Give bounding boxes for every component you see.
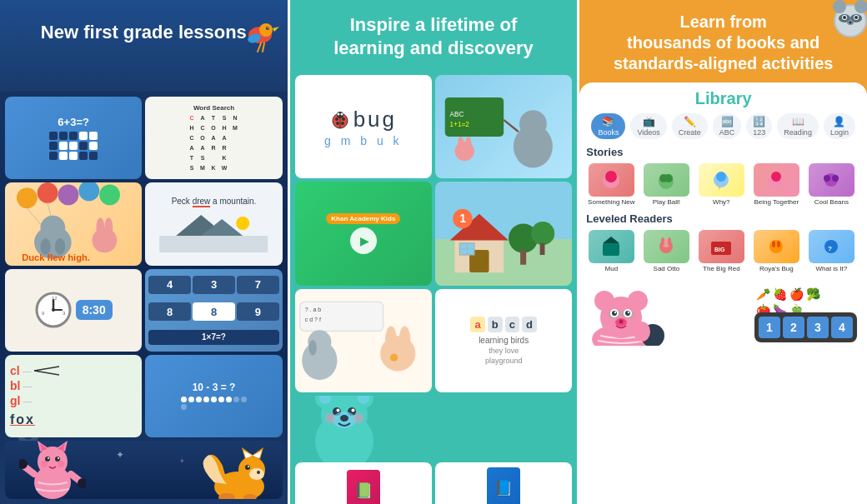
prefix-gl: gl (10, 394, 20, 407)
play-button[interactable]: ▶ (350, 227, 377, 254)
leveled-item-5[interactable]: ? What is It? (806, 230, 856, 272)
svg-point-12 (99, 185, 120, 206)
svg-text:? . a b: ? . a b (304, 307, 321, 312)
svg-point-173 (634, 322, 650, 342)
svg-text:Duck flew high.: Duck flew high. (22, 253, 90, 263)
tab-login[interactable]: 👤 Login (824, 113, 855, 139)
panel-2-inspire: Inspire a lifetime of learning and disco… (288, 0, 578, 504)
svg-point-46 (41, 461, 48, 467)
book-cover-2: 📘 (487, 467, 520, 504)
sub-dot-crossed (181, 404, 187, 410)
svg-point-81 (458, 137, 464, 150)
panel-3-library: Learn from thousands of books and standa… (577, 0, 867, 504)
leveled-row: Mud Sad Otto BIG (586, 230, 860, 272)
panel-2-header: Inspire a lifetime of learning and disco… (290, 0, 578, 75)
tab-123-label: 123 (753, 128, 765, 137)
sub-dot (211, 397, 217, 402)
star-deco: ✦ (179, 457, 185, 465)
letter-row-gl: gl — (10, 394, 32, 407)
story-item-1[interactable]: Something New (586, 163, 636, 206)
svg-point-114 (336, 409, 339, 412)
svg-point-127 (854, 16, 858, 19)
clock-time-display: 8:30 (76, 300, 113, 320)
letter-connector (34, 364, 59, 377)
dash-gl: — (23, 396, 32, 406)
tab-videos[interactable]: 📺 Videos (630, 113, 666, 139)
leveled-item-2[interactable]: Sad Otto (641, 230, 691, 272)
letter-row-bl: bl — (10, 379, 32, 392)
fox-text: fox (10, 412, 35, 427)
svg-point-58 (249, 468, 264, 480)
num-board-tile-3: 3 (807, 317, 829, 338)
num-tile: 3 (193, 276, 235, 294)
tab-create[interactable]: ✏️ Create (672, 113, 708, 139)
number-tiles-cell: 4 3 7 8 8 9 1×7=? (145, 269, 282, 352)
classroom-scene: ABC 1+1=2 (435, 75, 572, 178)
panel-2-grid: bug g m b u k ABC 1+1=2 (290, 75, 578, 396)
svg-point-155 (777, 241, 780, 247)
leveled-item-3[interactable]: BIG The Big Red (696, 230, 746, 272)
video-lesson-cell: Khan Academy Kids ▶ (295, 182, 432, 285)
leveled-image-4 (764, 235, 789, 258)
letter-tile-b: b (488, 317, 503, 332)
yellow-fox-character (193, 441, 268, 499)
leveled-thumb-2 (644, 230, 689, 263)
raccoon-main-character (586, 279, 671, 346)
svg-point-169 (628, 291, 648, 311)
tab-reading[interactable]: 📖 Reading (777, 113, 819, 139)
svg-point-70 (341, 122, 344, 125)
svg-point-101 (390, 353, 398, 361)
ladybug-icon (330, 109, 350, 129)
svg-point-128 (833, 0, 846, 13)
leveled-label-3: The Big Red (703, 265, 739, 272)
tab-123[interactable]: 🔢 123 (746, 113, 772, 139)
sentence-text2: a mountain. (213, 197, 256, 206)
panel-1-header: New first grade lessons (0, 0, 288, 92)
tab-abc[interactable]: 🔤 ABC (713, 113, 742, 139)
letter-tiles-cell: a b c d learning birds they love playgro… (435, 289, 572, 392)
svg-point-68 (342, 117, 345, 121)
story-item-4[interactable]: Being Together (751, 163, 801, 206)
raccoon-peek-icon (821, 0, 867, 50)
video-brand-badge: Khan Academy Kids (326, 213, 400, 224)
story-item-5[interactable]: Cool Beans (806, 163, 856, 206)
svg-point-150 (668, 237, 671, 246)
svg-point-133 (605, 171, 617, 182)
leveled-item-4[interactable]: Roya's Bug (751, 230, 801, 272)
svg-line-35 (34, 371, 59, 375)
svg-text:c d ? f: c d ? f (304, 316, 320, 322)
svg-point-126 (843, 16, 846, 19)
word-search-title: Word Search (193, 104, 234, 112)
book-icon-1: 📗 (354, 482, 373, 500)
panel-3-header: Learn from thousands of books and standa… (579, 0, 867, 82)
food-broccoli: 🥦 (806, 287, 820, 301)
sub-dot (188, 397, 194, 402)
sub-dot (181, 397, 187, 402)
leveled-label-1: Mud (605, 265, 619, 272)
stories-section-title: Stories (586, 146, 860, 158)
story-item-3[interactable]: ? Why? (696, 163, 746, 206)
tab-login-label: Login (830, 128, 849, 137)
house-scene-svg: 1 (435, 182, 572, 285)
svg-point-16 (40, 216, 65, 241)
svg-point-118 (325, 413, 335, 423)
story-item-2[interactable]: Play Ball! (641, 163, 691, 206)
leveled-item-1[interactable]: Mud (586, 230, 636, 272)
bug-label: bug (353, 107, 397, 132)
story-image-4 (764, 168, 789, 192)
balloon-animals-cell: Duck flew high. (5, 182, 142, 265)
svg-point-26 (237, 217, 250, 230)
story-label-5: Cool Beans (814, 198, 849, 206)
svg-point-44 (48, 457, 49, 459)
letter-sub-text: they love (489, 347, 519, 355)
animal-balloon-scene: Duck flew high. (5, 182, 142, 265)
tab-books[interactable]: 📚 Books (591, 113, 625, 139)
clock-icon: 9 12 3 (35, 292, 73, 329)
svg-point-10 (58, 185, 79, 206)
fox-word: fox (10, 412, 35, 427)
star-deco: ✦ (116, 449, 124, 461)
bug-word-cell: bug g m b u k (295, 75, 432, 178)
story-thumb-2 (644, 163, 689, 197)
leveled-image-2 (654, 235, 679, 258)
play-icon: ▶ (360, 234, 369, 247)
